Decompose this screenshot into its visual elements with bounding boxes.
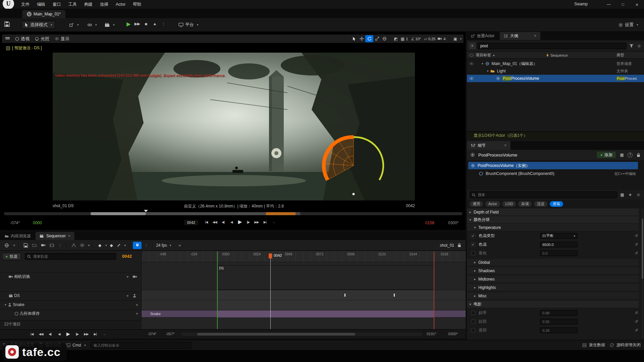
to-end-button[interactable]: ▶| [92, 331, 98, 337]
checkbox-unchecked[interactable] [471, 251, 475, 255]
checkbox-unchecked[interactable] [471, 319, 475, 324]
outliner-settings-icon[interactable] [636, 44, 642, 48]
world-coordinate-icon[interactable] [381, 37, 388, 41]
section-color-grading[interactable]: ▾ 颜色分级 [467, 216, 639, 224]
scale-snap-value[interactable]: 0.25 [428, 37, 435, 41]
camera-cuts-filmstrip[interactable]: DS [217, 265, 434, 290]
sequencer-current-frame[interactable]: 0042 [122, 254, 132, 259]
close-icon[interactable]: × [68, 234, 70, 238]
show-dropdown[interactable]: 显示 [52, 35, 72, 42]
add-subtrack-icon[interactable]: + [136, 302, 138, 307]
reset-to-default-icon[interactable]: ↺ [635, 311, 638, 315]
track-search-input[interactable] [33, 254, 106, 259]
expand-sections-icon[interactable]: ▦ [619, 153, 625, 157]
loop-button[interactable]: → [101, 331, 107, 337]
menu-select[interactable]: 选择 [96, 0, 112, 9]
menu-actor[interactable]: Actor [112, 0, 129, 9]
checkbox-unchecked[interactable] [471, 311, 475, 315]
section-midtones[interactable]: ▸ Midtones [467, 276, 639, 283]
select-tool-icon[interactable] [351, 37, 358, 41]
cinematics-dropdown[interactable]: ▾ [102, 21, 117, 29]
track-row-camera-cuts[interactable]: 相机切换 + [0, 272, 142, 281]
tab-place-actor[interactable]: 放置Actor [467, 32, 498, 40]
jump-back-button[interactable]: ◀◀ [212, 219, 218, 225]
help-icon[interactable]: ? [628, 153, 633, 158]
menu-tools[interactable]: 工具 [65, 0, 80, 9]
outliner-row-world[interactable]: ▾ Main_Map_01（编辑器） 世界场景 [467, 60, 644, 67]
slope-value-field[interactable]: 0.88 [540, 310, 578, 316]
outliner-row-light-folder[interactable]: ▾ Light 文件夹 [467, 67, 644, 75]
console-input[interactable] [93, 343, 189, 348]
current-frame-field[interactable]: 0042 [184, 220, 199, 226]
reset-to-default-icon[interactable]: ↺ [635, 234, 638, 238]
scrub-playhead-marker[interactable] [144, 210, 148, 212]
timeline-ruler[interactable]: -048 -024 0000 0024 0048 0072 0096 0120 … [142, 251, 466, 262]
snake-track-section[interactable] [217, 310, 434, 317]
lock-icon[interactable] [635, 153, 641, 157]
playback-start-line[interactable] [217, 251, 218, 329]
close-icon[interactable]: × [504, 143, 506, 148]
tint-value-field[interactable]: 0.0 [540, 250, 578, 256]
keyframe-mark[interactable] [344, 294, 345, 297]
filter-chip-streaming[interactable]: 流送 [534, 201, 547, 207]
frame-forward-button[interactable]: |▶ [74, 331, 80, 337]
play-reverse-button[interactable]: ◀ [228, 219, 234, 225]
to-front-button[interactable]: |◀ [29, 331, 35, 337]
tab-sequencer[interactable]: Sequencer × [36, 232, 74, 240]
section-highlights[interactable]: ▸ Highlights [467, 284, 639, 291]
filter-chip-all[interactable]: 所有 [550, 201, 563, 207]
outliner-search-box[interactable] [477, 43, 627, 49]
sequencer-timeline[interactable]: -048 -024 0000 0024 0048 0072 0096 0120 … [142, 251, 466, 329]
track-lanes[interactable] [142, 290, 466, 310]
working-range-start[interactable]: -057* [166, 332, 174, 336]
component-row-brush[interactable]: BrushComponent (BrushComponent0) 在C++中编辑 [468, 170, 638, 177]
working-range-end[interactable]: 0191* [427, 332, 436, 336]
tab-details[interactable]: 细节 × [467, 141, 511, 150]
playback-end-line[interactable] [434, 251, 434, 329]
grid-snap-value[interactable]: 1 [406, 37, 408, 41]
reset-to-default-icon[interactable]: ↺ [635, 242, 638, 247]
filter-chip-misc[interactable]: 杂项 [518, 201, 532, 207]
temperature-value-field[interactable]: 6500.0 [540, 242, 578, 247]
filter-funnel-icon[interactable] [628, 44, 634, 48]
keyframe-mark[interactable] [394, 294, 395, 297]
window-close-button[interactable]: × [630, 0, 644, 9]
chevron-down-icon[interactable]: ▾ [13, 244, 15, 247]
close-icon[interactable]: × [534, 34, 536, 38]
timeline-scrollbar[interactable] [181, 333, 423, 336]
more-tools-chevrons[interactable]: » [178, 243, 181, 248]
reset-to-default-icon[interactable]: ↺ [635, 328, 638, 333]
save-icon[interactable] [22, 243, 30, 248]
eye-dropdown-icon[interactable] [79, 244, 86, 247]
track-row-ds[interactable]: DS + [0, 291, 142, 300]
details-search-input[interactable] [477, 192, 615, 197]
temperature-type-dropdown[interactable]: 白平衡 ▾ [540, 233, 578, 239]
scale-tool-icon[interactable] [373, 37, 381, 41]
keyframe-options-icon[interactable]: ◆ [97, 242, 103, 248]
chevron-down-icon[interactable]: ▾ [460, 37, 462, 41]
cmd-dropdown[interactable]: Cmd ▾ [66, 343, 86, 348]
find-in-content-browser-icon[interactable] [31, 243, 38, 247]
viewport-options-icon[interactable] [5, 37, 10, 40]
frame-back-button[interactable]: ◀| [220, 219, 226, 225]
section-global[interactable]: ▸ Global [467, 259, 639, 266]
play-forward-button[interactable]: ▶ [237, 219, 243, 225]
expander-icon[interactable]: ▾ [482, 62, 483, 65]
add-component-button[interactable]: + 添加 [596, 151, 616, 159]
eject-button[interactable]: ▲ [152, 21, 158, 27]
level-viewport[interactable]: 透视 光照 显示 ◩ ▦ 1 ∠ 10° ▱ 0.25 [0, 32, 466, 230]
source-control-button[interactable]: 源码管理关闭 [610, 342, 641, 348]
eye-icon[interactable] [467, 77, 476, 80]
stop-button[interactable]: ■ [143, 21, 149, 27]
frame-skip-button[interactable]: ▶▶ [134, 21, 140, 27]
tab-content-browser[interactable]: 内容浏览器 [0, 232, 36, 240]
create-camera-icon[interactable] [40, 243, 47, 247]
chevron-down-icon[interactable]: ▾ [88, 244, 90, 247]
grid-snap-icon[interactable]: ▦ [399, 37, 406, 41]
snap-options-dots-icon[interactable]: ⋮ [143, 242, 149, 248]
chevron-down-icon[interactable]: ▾ [170, 244, 171, 247]
section-temperature[interactable]: ▾ Temperature [467, 224, 639, 231]
lock-icon[interactable] [455, 243, 463, 247]
auto-key-icon[interactable] [116, 243, 122, 247]
rotation-snap-value[interactable]: 10° [415, 37, 421, 41]
